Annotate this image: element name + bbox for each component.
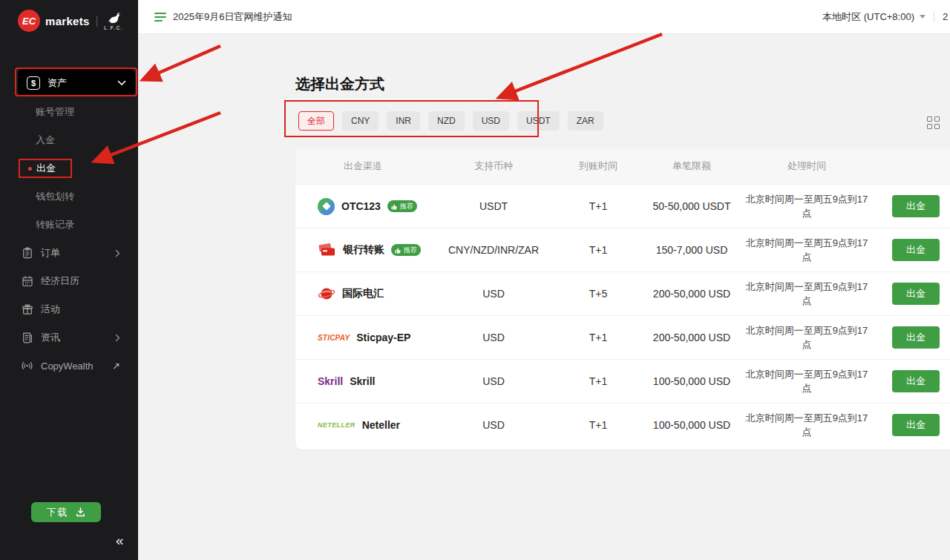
processing-cell: 北京时间周一至周五9点到17点 xyxy=(744,411,870,440)
assets-dollar-icon: $ xyxy=(27,76,40,90)
column-header-channel: 出金渠道 xyxy=(295,159,430,173)
withdraw-methods-table: 出金渠道 支持币种 到账时间 单笔限额 处理时间 OTC123 推荐 USDT … xyxy=(295,148,950,449)
sidebar-item-copywealth[interactable]: CopyWealth ↗ xyxy=(0,357,138,375)
arrival-cell: T+1 xyxy=(557,419,640,431)
wire-transfer-globe-icon xyxy=(318,286,335,302)
download-button[interactable]: 下载 xyxy=(31,502,101,522)
channel-name: Sticpay-EP xyxy=(356,332,410,343)
column-header-processing: 处理时间 xyxy=(744,159,870,173)
chevron-right-icon xyxy=(115,334,120,342)
sidebar-item-news[interactable]: 资讯 xyxy=(0,329,138,346)
filter-chip-cny[interactable]: CNY xyxy=(342,111,379,131)
channel-name: 银行转账 xyxy=(343,243,384,257)
column-header-limit: 单笔限额 xyxy=(640,159,744,173)
sidebar-item-assets[interactable]: $ 资产 xyxy=(18,69,135,96)
gift-icon xyxy=(21,303,33,316)
withdraw-button[interactable]: 出金 xyxy=(892,283,940,305)
currency-cell: USD xyxy=(430,288,557,300)
filter-chip-nzd[interactable]: NZD xyxy=(428,111,465,131)
thumbs-up-icon xyxy=(391,203,398,210)
grid-view-icon[interactable] xyxy=(927,116,940,129)
currency-cell: CNY/NZD/INR/ZAR xyxy=(430,244,557,256)
sidebar-item-transfer-records[interactable]: 转账记录 xyxy=(0,216,138,234)
filter-chip-all[interactable]: 全部 xyxy=(298,111,334,131)
table-row: NETELLER Neteller USD T+1 100-50,000 USD… xyxy=(295,403,950,447)
lfc-bird-logo: L.F.C. xyxy=(104,10,123,31)
withdraw-button[interactable]: 出金 xyxy=(892,239,940,261)
sidebar-item-label: 活动 xyxy=(41,303,60,316)
processing-cell: 北京时间周一至周五9点到17点 xyxy=(744,367,870,396)
download-icon xyxy=(75,507,86,518)
channel-name: Skrill xyxy=(350,375,375,387)
sidebar-item-label: 入金 xyxy=(36,134,55,147)
bank-transfer-icon xyxy=(318,243,336,257)
filter-chip-usdt[interactable]: USDT xyxy=(517,111,560,131)
announcement-link[interactable]: 2025年9月6日官网维护通知 xyxy=(154,10,292,24)
sidebar-item-withdraw[interactable]: 出金 xyxy=(0,159,138,177)
channel-name: 国际电汇 xyxy=(342,287,384,300)
sidebar-item-activities[interactable]: 活动 xyxy=(0,300,138,318)
channel-cell: Skrill Skrill xyxy=(295,375,430,387)
chevron-right-icon xyxy=(115,249,120,257)
calendar-icon xyxy=(21,275,33,288)
badge-label: 推荐 xyxy=(404,246,417,255)
collapse-sidebar-icon[interactable]: « xyxy=(116,533,124,549)
table-row: 银行转账 推荐 CNY/NZD/INR/ZAR T+1 150-7,000 US… xyxy=(295,228,950,271)
withdraw-button[interactable]: 出金 xyxy=(892,326,940,349)
liver-bird-icon xyxy=(105,10,122,25)
main-content: 选择出金方式 全部 CNY INR NZD USD USDT ZAR 出金渠道 … xyxy=(138,34,950,560)
sidebar-item-label: 出金 xyxy=(36,162,56,175)
otc123-logo-icon xyxy=(318,198,335,215)
clipped-edge-text: 2 xyxy=(943,11,950,22)
limit-cell: 200-50,000 USD xyxy=(640,332,744,343)
filter-chip-zar[interactable]: ZAR xyxy=(568,111,603,131)
external-link-icon: ↗ xyxy=(112,360,120,372)
processing-cell: 北京时间周一至周五9点到17点 xyxy=(744,236,870,265)
sidebar-item-label: 转账记录 xyxy=(36,218,74,231)
sidebar-item-label: CopyWealth xyxy=(41,360,94,372)
active-dot xyxy=(28,167,32,171)
timezone-selector[interactable]: 本地时区 (UTC+8:00) 2 xyxy=(822,10,950,24)
broadcast-icon xyxy=(21,360,33,372)
arrival-cell: T+5 xyxy=(557,288,640,300)
table-row: OTC123 推荐 USDT T+1 50-50,000 USDT 北京时间周一… xyxy=(295,184,950,228)
badge-label: 推荐 xyxy=(400,202,413,211)
sidebar-item-account-management[interactable]: 账号管理 xyxy=(0,103,138,121)
sidebar-item-deposit[interactable]: 入金 xyxy=(0,131,138,149)
table-row: Skrill Skrill USD T+1 100-50,000 USD 北京时… xyxy=(295,359,950,403)
arrival-cell: T+1 xyxy=(557,244,640,256)
clipboard-icon xyxy=(21,247,33,260)
filter-chip-usd[interactable]: USD xyxy=(473,111,509,131)
thumbs-up-icon xyxy=(395,247,402,254)
sidebar-item-economic-calendar[interactable]: 经济日历 xyxy=(0,272,138,290)
withdraw-button[interactable]: 出金 xyxy=(892,370,940,392)
sidebar-item-wallet-transfer[interactable]: 钱包划转 xyxy=(0,188,138,205)
channel-cell: 国际电汇 xyxy=(295,286,430,302)
topbar-divider xyxy=(934,11,934,22)
sidebar-item-orders[interactable]: 订单 xyxy=(0,244,138,262)
recommended-badge: 推荐 xyxy=(387,200,417,212)
currency-cell: USDT xyxy=(430,200,557,212)
processing-cell: 北京时间周一至周五9点到17点 xyxy=(744,280,870,309)
caret-down-icon xyxy=(920,15,926,19)
limit-cell: 50-50,000 USDT xyxy=(640,200,744,212)
limit-cell: 150-7,000 USD xyxy=(640,244,744,256)
channel-cell: OTC123 推荐 xyxy=(295,198,430,215)
sidebar-item-label: 钱包划转 xyxy=(36,190,74,203)
recommended-badge: 推荐 xyxy=(391,244,421,256)
column-header-currency: 支持币种 xyxy=(430,159,557,173)
channel-cell: NETELLER Neteller xyxy=(295,419,430,431)
lfc-text: L.F.C. xyxy=(104,26,123,31)
news-icon xyxy=(21,332,33,344)
sidebar-item-label: 经济日历 xyxy=(41,274,79,288)
announcement-text: 2025年9月6日官网维护通知 xyxy=(173,10,292,24)
timezone-label: 本地时区 (UTC+8:00) xyxy=(822,10,914,24)
withdraw-button[interactable]: 出金 xyxy=(892,414,940,436)
limit-cell: 200-50,000 USD xyxy=(640,288,744,300)
announcement-list-icon xyxy=(154,13,166,22)
withdraw-button[interactable]: 出金 xyxy=(892,195,940,217)
table-row: 国际电汇 USD T+5 200-50,000 USD 北京时间周一至周五9点到… xyxy=(295,271,950,315)
filter-chip-inr[interactable]: INR xyxy=(387,111,420,131)
currency-filter-bar: 全部 CNY INR NZD USD USDT ZAR xyxy=(298,111,603,131)
currency-cell: USD xyxy=(430,419,557,431)
